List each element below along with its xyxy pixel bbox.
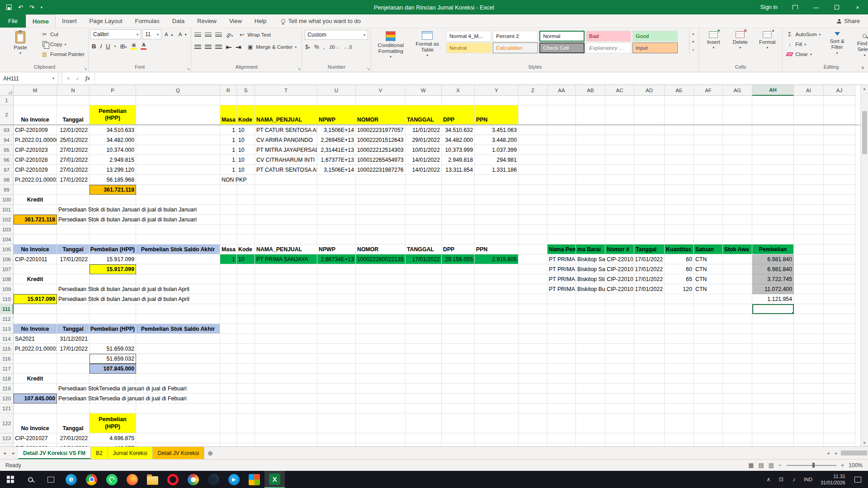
cell-AD108[interactable]: 17/01/2022 (634, 274, 665, 284)
cell-T111[interactable] (255, 304, 317, 314)
cell-AB105[interactable]: ma Barai (576, 244, 605, 254)
cell-AD102[interactable] (634, 215, 665, 225)
cell-Z110[interactable] (519, 294, 547, 304)
cell-X105[interactable]: DPP (442, 244, 475, 254)
cell-AJ107[interactable] (824, 264, 855, 274)
cell-U1[interactable] (317, 96, 356, 105)
cell-R114[interactable] (220, 334, 237, 344)
col-header-AA[interactable]: AA (547, 85, 576, 96)
cell-AF107[interactable]: CTN (694, 264, 723, 274)
cell-AA115[interactable] (547, 344, 576, 354)
cell-V2[interactable]: NOMOR (356, 105, 406, 125)
cell-AF99[interactable] (694, 185, 723, 195)
cell-R121[interactable] (220, 404, 237, 413)
cell-Z120[interactable] (519, 394, 547, 404)
cell-AF98[interactable] (694, 175, 723, 185)
cell-V1[interactable] (356, 96, 406, 105)
cell-M2[interactable]: No Invoice (14, 105, 57, 125)
cell-Z113[interactable] (519, 324, 547, 334)
cell-Q115[interactable] (136, 344, 220, 354)
cell-S93[interactable]: 10 (237, 125, 255, 135)
col-header-W[interactable]: W (406, 85, 442, 96)
cell-Q98[interactable] (136, 175, 220, 185)
cell-P118[interactable] (90, 374, 136, 384)
cell-M104[interactable] (14, 235, 57, 244)
cell-AI103[interactable] (794, 225, 824, 235)
cell-Q103[interactable] (136, 225, 220, 235)
cell-P93[interactable]: 34.510.633 (90, 125, 136, 135)
cell-U116[interactable] (317, 354, 356, 364)
taskbar-app-opera[interactable] (163, 471, 183, 488)
cell-P94[interactable]: 34.482.000 (90, 135, 136, 145)
cell-AC112[interactable] (605, 314, 634, 324)
cell-AI112[interactable] (794, 314, 824, 324)
cell-AE96[interactable] (665, 155, 694, 165)
zoom-in-button[interactable]: + (841, 462, 844, 469)
cell-AH109[interactable]: 11.072.400 (752, 284, 794, 294)
cell-AJ2[interactable] (824, 105, 855, 125)
cell-AJ99[interactable] (824, 185, 855, 195)
cell-AG95[interactable] (723, 145, 752, 155)
cell-AG103[interactable] (723, 225, 752, 235)
sign-in-button[interactable]: Sign in (753, 0, 785, 14)
col-header-AH[interactable]: AH (752, 85, 794, 96)
cell-AA94[interactable] (547, 135, 576, 145)
cell-AA104[interactable] (547, 235, 576, 244)
cell-U115[interactable] (317, 344, 356, 354)
page-layout-view-button[interactable]: ▤ (759, 462, 764, 469)
cell-AB115[interactable] (576, 344, 605, 354)
cell-AG105[interactable]: Stok Awa (723, 244, 752, 254)
taskbar-app-whatsapp[interactable] (102, 471, 122, 488)
cell-T94[interactable]: CV ARIRA PANGINDO (255, 135, 317, 145)
cell-AD107[interactable]: 17/01/2022 (634, 264, 665, 274)
cell-S96[interactable]: 10 (237, 155, 255, 165)
cell-AH111[interactable] (752, 304, 794, 314)
cell-W105[interactable]: TANGGAL (406, 244, 442, 254)
language-indicator[interactable]: IND (800, 477, 816, 482)
taskbar-app-steam[interactable] (203, 471, 224, 488)
cell-AH120[interactable] (752, 394, 794, 404)
row-header-106[interactable]: 106 (0, 254, 14, 264)
cell-U94[interactable]: 2,26945E+13 (317, 135, 356, 145)
cell-W110[interactable] (406, 294, 442, 304)
cell-AE102[interactable] (665, 215, 694, 225)
cell-AD98[interactable] (634, 175, 665, 185)
cell-AD95[interactable] (634, 145, 665, 155)
cell-W107[interactable] (406, 264, 442, 274)
col-header-V[interactable]: V (356, 85, 406, 96)
cell-AD101[interactable] (634, 205, 665, 215)
row-header-112[interactable]: 112 (0, 314, 14, 324)
cell-AC93[interactable] (605, 125, 634, 135)
cell-AD113[interactable] (634, 324, 665, 334)
cell-P106[interactable]: 15.917.099 (90, 254, 136, 264)
cell-AA96[interactable] (547, 155, 576, 165)
cell-Q107[interactable] (136, 264, 220, 274)
cell-AG116[interactable] (723, 354, 752, 364)
cell-R113[interactable] (220, 324, 237, 334)
cell-AG123[interactable] (723, 433, 752, 443)
cell-Y115[interactable] (475, 344, 519, 354)
cell-AH105[interactable]: Pembelian (752, 244, 794, 254)
col-header-AG[interactable]: AG (723, 85, 752, 96)
cell-AI106[interactable] (794, 254, 824, 264)
cell-P95[interactable]: 10.374.000 (90, 145, 136, 155)
cell-AE116[interactable] (665, 354, 694, 364)
cell-AJ101[interactable] (824, 205, 855, 215)
cell-U120[interactable] (317, 394, 356, 404)
formula-input[interactable] (95, 72, 868, 84)
cell-W112[interactable] (406, 314, 442, 324)
cell-AB117[interactable] (576, 364, 605, 374)
cell-V122[interactable] (356, 413, 406, 433)
gallery-more-arrow[interactable]: ▿ (689, 46, 697, 54)
cell-W101[interactable] (406, 205, 442, 215)
align-middle-icon[interactable] (205, 33, 212, 38)
wrap-text-button[interactable]: ↩Wrap Text (237, 30, 273, 40)
cell-Y94[interactable]: 3.448.200 (475, 135, 519, 145)
cell-W1[interactable] (406, 96, 442, 105)
cell-M113[interactable]: No Invoice (14, 324, 57, 334)
cell-AB96[interactable] (576, 155, 605, 165)
cell-AB95[interactable] (576, 145, 605, 155)
cell-X109[interactable] (442, 284, 475, 294)
cell-X121[interactable] (442, 404, 475, 413)
cell-style-check-cell[interactable]: Check Cell (539, 42, 585, 53)
